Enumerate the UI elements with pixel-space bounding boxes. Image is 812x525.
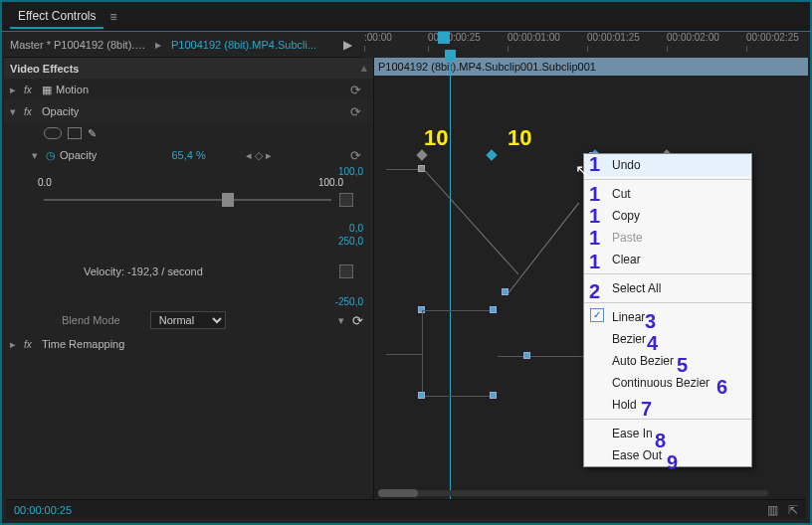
expand-icon[interactable]: ▸ — [10, 338, 20, 351]
blend-mode-label: Blend Mode — [62, 314, 120, 326]
expand-icon[interactable]: ▾ — [32, 149, 42, 162]
slider-max: 100.0 — [318, 177, 343, 188]
reset-icon[interactable]: ⟳ — [350, 148, 361, 163]
vel-point[interactable] — [418, 392, 425, 399]
blend-mode-row: Blend Mode Normal ▾ ⟳ — [4, 307, 373, 333]
fx-icon: fx — [24, 106, 38, 117]
footer: 00:00:00:25 ▥ ⇱ — [6, 499, 806, 519]
reset-icon[interactable]: ⟳ — [350, 104, 361, 119]
ellipse-mask-icon[interactable] — [44, 127, 62, 139]
playhead[interactable] — [450, 58, 451, 499]
reset-icon[interactable]: ⟳ — [352, 313, 363, 328]
time-remapping-row[interactable]: ▸ fx Time Remapping — [4, 333, 373, 355]
sub-header: Master * P1004192 (8bit).MP... ▸ P100419… — [4, 32, 808, 58]
blend-mode-select[interactable]: Normal — [150, 311, 226, 329]
slider-thumb[interactable] — [222, 193, 234, 207]
effects-tree: Video Effects ▴ ▸ fx ▦ Motion ⟳ ▾ fx Opa… — [4, 58, 374, 499]
panel-menu-icon[interactable]: ≡ — [109, 10, 116, 24]
graph-top-label: 100,0 — [4, 166, 373, 177]
menu-ease-in[interactable]: Ease In — [584, 423, 751, 444]
menu-continuous-bezier[interactable]: Continuous Bezier — [584, 372, 751, 394]
motion-row[interactable]: ▸ fx ▦ Motion ⟳ — [4, 79, 373, 100]
menu-auto-bezier[interactable]: Auto Bezier — [584, 350, 751, 372]
menu-cut[interactable]: Cut — [584, 183, 751, 205]
menu-clear[interactable]: Clear — [584, 249, 751, 270]
opacity-row[interactable]: ▾ fx Opacity ⟳ — [4, 100, 373, 122]
opacity-label: Opacity — [42, 105, 79, 117]
menu-paste: Paste — [584, 227, 751, 249]
time-ruler[interactable]: :00:00 00:00:00:25 00:00:01:00 00:00:01:… — [362, 32, 808, 58]
play-icon[interactable]: ▶ — [343, 38, 352, 52]
ruler-tick: 00:00:01:00 — [508, 32, 560, 43]
vel-point[interactable] — [490, 306, 497, 313]
rect-mask-icon[interactable] — [68, 127, 82, 139]
video-effects-label: Video Effects — [10, 63, 80, 75]
keyframe[interactable] — [416, 149, 427, 160]
keyframe-nav[interactable]: ◂ ◇ ▸ — [246, 149, 272, 162]
ruler-tick: 00:00:02:00 — [667, 32, 719, 43]
vel-top-label: 250,0 — [4, 236, 373, 247]
ruler-tick: 00:00:00:25 — [428, 32, 481, 43]
vel-point[interactable] — [490, 392, 497, 399]
menu-undo[interactable]: Undo — [584, 154, 751, 176]
export-icon[interactable]: ⇱ — [788, 503, 798, 517]
menu-select-all[interactable]: Select All — [584, 277, 751, 299]
panel-titlebar: Effect Controls ≡ — [2, 2, 810, 32]
slider-toggle[interactable] — [339, 193, 353, 207]
ruler-tick: :00:00 — [364, 32, 392, 43]
opacity-value[interactable]: 65,4 % — [171, 149, 205, 161]
slider-min: 0.0 — [38, 177, 52, 188]
graph-bottom-label: 0,0 — [4, 223, 373, 234]
menu-linear[interactable]: ✓Linear — [584, 306, 751, 328]
menu-ease-out[interactable]: Ease Out — [584, 444, 751, 466]
fx-icon: fx — [24, 339, 38, 350]
video-effects-header[interactable]: Video Effects ▴ — [4, 58, 373, 79]
playhead-marker[interactable] — [438, 32, 450, 44]
dropdown-icon: ▾ — [338, 314, 344, 327]
menu-copy[interactable]: Copy — [584, 205, 751, 227]
collapse-icon[interactable]: ▴ — [361, 62, 367, 75]
opacity-slider-row: 0.0 100.0 — [4, 177, 373, 223]
keyframe[interactable] — [486, 149, 497, 160]
motion-label: Motion — [56, 84, 89, 95]
panel-tab[interactable]: Effect Controls — [10, 5, 103, 29]
clip-bar[interactable]: P1004192 (8bit).MP4.Subclip001.Subclip00… — [374, 58, 808, 76]
master-clip-label[interactable]: Master * P1004192 (8bit).MP... — [10, 39, 149, 51]
velocity-row: Velocity: -192,3 / second — [4, 247, 373, 296]
zoom-icon[interactable]: ▥ — [767, 503, 778, 517]
menu-hold[interactable]: Hold — [584, 394, 751, 416]
pen-mask-icon[interactable]: ✎ — [88, 127, 97, 140]
menu-bezier[interactable]: Bezier — [584, 328, 751, 350]
opacity-prop-label: Opacity — [60, 149, 97, 161]
asset-clip-label[interactable]: P1004192 (8bit).MP4.Subcli... — [171, 39, 316, 51]
opacity-slider[interactable] — [44, 199, 331, 201]
velocity-text: Velocity: -192,3 / second — [84, 265, 203, 277]
time-remapping-label: Time Remapping — [42, 338, 124, 350]
reset-icon[interactable]: ⟳ — [350, 83, 361, 97]
opacity-property-row[interactable]: ▾ ◷ Opacity 65,4 % ◂ ◇ ▸ ⟳ — [4, 144, 373, 166]
ruler-tick: 00:00:01:25 — [587, 32, 640, 43]
ruler-tick: 00:00:02:25 — [746, 32, 799, 43]
opacity-mask-tools: ✎ — [4, 122, 373, 144]
stopwatch-icon[interactable]: ◷ — [46, 149, 56, 162]
context-menu: Undo Cut Copy Paste Clear Select All ✓Li… — [583, 153, 752, 467]
velocity-toggle[interactable] — [339, 264, 353, 278]
expand-icon[interactable]: ▾ — [10, 105, 20, 118]
timecode[interactable]: 00:00:00:25 — [14, 504, 72, 516]
check-icon: ✓ — [590, 308, 604, 322]
timeline-scrollbar[interactable] — [374, 487, 808, 499]
vel-point[interactable] — [523, 352, 530, 359]
vel-bottom-label: -250,0 — [4, 296, 373, 307]
expand-icon[interactable]: ▸ — [10, 84, 20, 96]
fx-icon: fx — [24, 85, 38, 95]
